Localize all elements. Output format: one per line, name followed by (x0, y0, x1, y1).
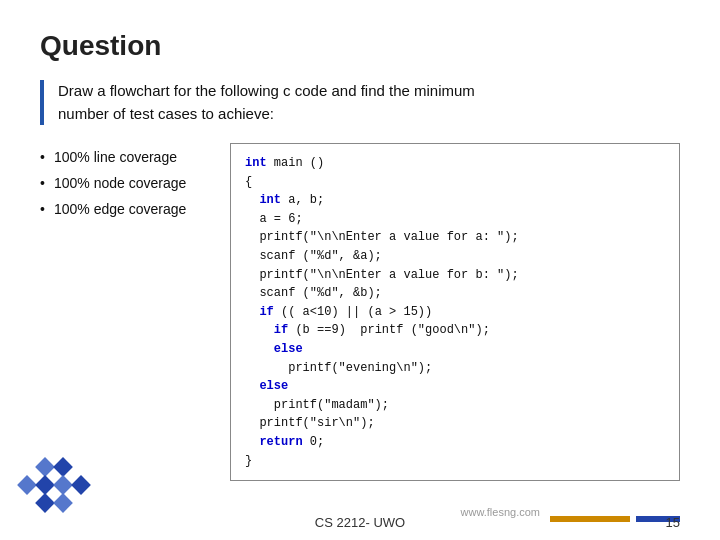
slide: Question Draw a flowchart for the follow… (0, 0, 720, 540)
bullet-item-1: 100% line coverage (40, 149, 210, 165)
question-line2: number of test cases to achieve: (58, 105, 274, 122)
bullet-item-2: 100% node coverage (40, 175, 210, 191)
bullet-list: 100% line coverage 100% node coverage 10… (40, 143, 210, 227)
slide-title: Question (40, 30, 680, 62)
footer-website: www.flesng.com (461, 506, 540, 518)
content-area: 100% line coverage 100% node coverage 10… (40, 143, 680, 481)
footer-course: CS 2212- UWO (315, 515, 405, 530)
code-block: int main () { int a, b; a = 6; printf("\… (230, 143, 680, 481)
footer-page: 15 (666, 515, 680, 530)
footer: www.flesng.com CS 2212- UWO 15 (0, 502, 720, 540)
bullet-item-3: 100% edge coverage (40, 201, 210, 217)
question-text: Draw a flowchart for the following c cod… (58, 80, 680, 125)
question-line1: Draw a flowchart for the following c cod… (58, 82, 475, 99)
question-box: Draw a flowchart for the following c cod… (40, 80, 680, 125)
